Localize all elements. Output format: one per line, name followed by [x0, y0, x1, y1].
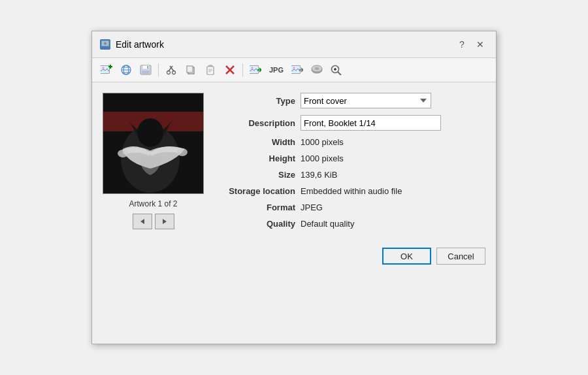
- artwork-svg: [103, 93, 204, 194]
- storage-value: Embedded within audio file: [301, 186, 402, 196]
- artwork-preview: [103, 93, 204, 194]
- svg-point-51: [177, 148, 188, 156]
- copy-btn[interactable]: [182, 61, 200, 79]
- description-label: Description: [217, 118, 295, 128]
- export-btn[interactable]: [246, 61, 265, 79]
- delete-btn[interactable]: [221, 61, 239, 79]
- storage-label: Storage location: [217, 186, 295, 196]
- height-value: 1000 pixels: [301, 154, 344, 163]
- svg-point-40: [315, 67, 319, 70]
- save-btn[interactable]: [137, 61, 155, 79]
- toolbar: JPG: [92, 58, 496, 82]
- size-label: Size: [217, 170, 295, 180]
- svg-marker-53: [163, 219, 167, 224]
- type-field-row: Type Front cover Back cover Artist Other: [217, 93, 485, 108]
- quality-field-row: Quality Default quality: [217, 219, 485, 229]
- svg-point-5: [103, 67, 105, 69]
- next-artwork-btn[interactable]: [155, 214, 174, 229]
- dialog-icon: [100, 39, 110, 50]
- toolbar-sep-2: [242, 63, 243, 76]
- toolbar-sep-1: [158, 63, 159, 76]
- import-btn[interactable]: [288, 61, 306, 79]
- cancel-button[interactable]: Cancel: [436, 248, 485, 265]
- help-button[interactable]: ?: [454, 37, 470, 52]
- format-value: JPEG: [301, 203, 323, 212]
- close-button[interactable]: ✕: [472, 37, 488, 52]
- svg-point-32: [252, 67, 253, 69]
- svg-point-50: [118, 150, 128, 157]
- svg-line-42: [338, 72, 341, 75]
- content-area: Artwork 1 of 2 Type Fro: [92, 82, 496, 240]
- height-field-row: Height 1000 pixels: [217, 154, 485, 163]
- quality-value: Default quality: [301, 219, 354, 229]
- size-value: 139,6 KiB: [301, 170, 337, 180]
- svg-point-20: [172, 71, 176, 74]
- type-select[interactable]: Front cover Back cover Artist Other: [301, 93, 431, 108]
- url-btn[interactable]: [117, 61, 135, 79]
- height-label: Height: [217, 154, 295, 163]
- svg-rect-16: [147, 66, 148, 69]
- svg-point-49: [137, 118, 163, 147]
- svg-point-2: [104, 42, 106, 45]
- format-field-row: Format JPEG: [217, 203, 485, 212]
- zoom-btn[interactable]: [327, 61, 346, 79]
- description-field-row: Description: [217, 115, 485, 131]
- left-panel: Artwork 1 of 2: [103, 93, 204, 229]
- paste-btn[interactable]: [201, 61, 220, 79]
- ok-button[interactable]: OK: [382, 248, 431, 265]
- svg-marker-52: [140, 219, 144, 224]
- storage-field-row: Storage location Embedded within audio f…: [217, 186, 485, 196]
- title-bar: Edit artwork ? ✕: [92, 31, 496, 58]
- dialog-buttons: OK Cancel: [92, 240, 496, 275]
- width-field-row: Width 1000 pixels: [217, 137, 485, 147]
- artwork-label: Artwork 1 of 2: [129, 199, 177, 208]
- type-label: Type: [217, 96, 295, 106]
- prev-artwork-btn[interactable]: [133, 214, 152, 229]
- add-image-btn[interactable]: [97, 61, 116, 79]
- format-label: Format: [217, 203, 295, 212]
- right-panel: Type Front cover Back cover Artist Other…: [217, 93, 485, 229]
- svg-point-19: [167, 71, 171, 74]
- svg-rect-22: [187, 66, 193, 73]
- svg-rect-15: [142, 71, 150, 74]
- svg-point-36: [293, 67, 295, 69]
- title-bar-buttons: ? ✕: [454, 37, 488, 52]
- size-field-row: Size 139,6 KiB: [217, 170, 485, 180]
- edit-artwork-dialog: Edit artwork ? ✕: [91, 31, 497, 344]
- width-label: Width: [217, 137, 295, 147]
- quality-label: Quality: [217, 219, 295, 229]
- artwork-navigation: [133, 214, 174, 229]
- cut-btn[interactable]: [162, 61, 180, 79]
- width-value: 1000 pixels: [301, 137, 344, 147]
- dialog-title: Edit artwork: [116, 39, 449, 50]
- description-input[interactable]: [301, 115, 441, 131]
- jpg-btn[interactable]: JPG: [266, 61, 287, 79]
- disk-btn[interactable]: [308, 61, 326, 79]
